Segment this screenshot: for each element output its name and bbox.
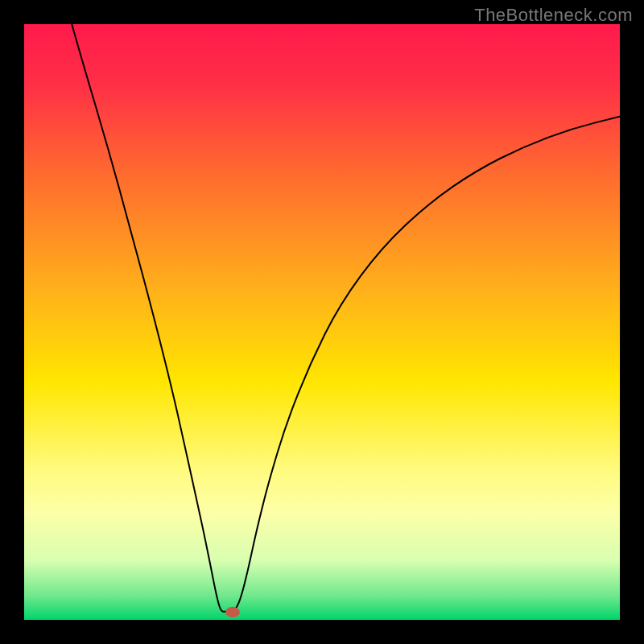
minimum-marker [225, 607, 240, 617]
chart-svg [24, 24, 620, 620]
chart-frame: TheBottleneck.com [0, 0, 644, 644]
gradient-background [24, 24, 620, 620]
plot-area [24, 24, 620, 620]
watermark-text: TheBottleneck.com [474, 5, 633, 26]
